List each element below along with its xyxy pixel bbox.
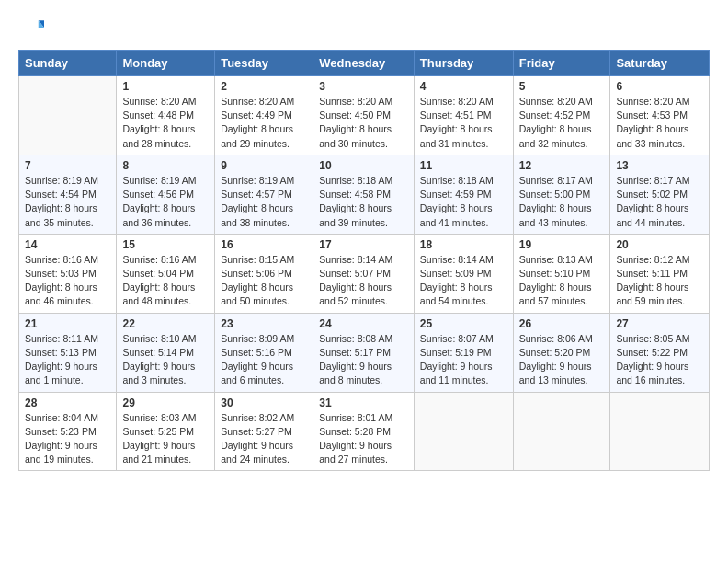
calendar-cell: 28Sunrise: 8:04 AMSunset: 5:23 PMDayligh… (19, 392, 117, 471)
day-number: 24 (319, 317, 408, 330)
calendar-cell: 5Sunrise: 8:20 AMSunset: 4:52 PMDaylight… (513, 76, 610, 155)
day-number: 27 (616, 317, 703, 330)
day-number: 20 (616, 238, 703, 251)
cell-text: Sunrise: 8:10 AMSunset: 5:14 PMDaylight:… (122, 333, 196, 386)
day-number: 26 (519, 317, 605, 330)
weekday-header-friday: Friday (513, 51, 610, 76)
calendar-week-1: 7Sunrise: 8:19 AMSunset: 4:54 PMDaylight… (19, 155, 710, 234)
page: SundayMondayTuesdayWednesdayThursdayFrid… (0, 0, 728, 563)
cell-text: Sunrise: 8:18 AMSunset: 4:58 PMDaylight:… (319, 175, 392, 228)
day-number: 4 (420, 80, 507, 93)
calendar-cell: 9Sunrise: 8:19 AMSunset: 4:57 PMDaylight… (215, 155, 313, 234)
calendar-cell: 4Sunrise: 8:20 AMSunset: 4:51 PMDaylight… (414, 76, 513, 155)
calendar-cell: 23Sunrise: 8:09 AMSunset: 5:16 PMDayligh… (215, 313, 313, 392)
day-number: 8 (122, 159, 209, 172)
calendar-cell: 30Sunrise: 8:02 AMSunset: 5:27 PMDayligh… (215, 392, 313, 471)
cell-text: Sunrise: 8:03 AMSunset: 5:25 PMDaylight:… (122, 412, 196, 465)
day-number: 7 (25, 159, 110, 172)
day-number: 14 (25, 238, 110, 251)
calendar-cell: 13Sunrise: 8:17 AMSunset: 5:02 PMDayligh… (610, 155, 710, 234)
calendar-cell: 25Sunrise: 8:07 AMSunset: 5:19 PMDayligh… (414, 313, 513, 392)
cell-text: Sunrise: 8:19 AMSunset: 4:54 PMDaylight:… (25, 175, 98, 228)
calendar-cell (610, 392, 710, 471)
calendar-cell: 20Sunrise: 8:12 AMSunset: 5:11 PMDayligh… (610, 234, 710, 313)
cell-text: Sunrise: 8:04 AMSunset: 5:23 PMDaylight:… (25, 412, 98, 465)
cell-text: Sunrise: 8:18 AMSunset: 4:59 PMDaylight:… (420, 175, 494, 228)
cell-text: Sunrise: 8:19 AMSunset: 4:56 PMDaylight:… (122, 175, 196, 228)
cell-text: Sunrise: 8:09 AMSunset: 5:16 PMDaylight:… (221, 333, 294, 386)
calendar-cell: 21Sunrise: 8:11 AMSunset: 5:13 PMDayligh… (19, 313, 117, 392)
day-number: 21 (25, 317, 110, 330)
cell-text: Sunrise: 8:14 AMSunset: 5:07 PMDaylight:… (319, 254, 392, 307)
calendar-week-0: 1Sunrise: 8:20 AMSunset: 4:48 PMDaylight… (19, 76, 710, 155)
day-number: 23 (221, 317, 307, 330)
day-number: 17 (319, 238, 408, 251)
calendar-cell: 29Sunrise: 8:03 AMSunset: 5:25 PMDayligh… (117, 392, 215, 471)
calendar-cell: 17Sunrise: 8:14 AMSunset: 5:07 PMDayligh… (313, 234, 415, 313)
calendar-cell: 22Sunrise: 8:10 AMSunset: 5:14 PMDayligh… (117, 313, 215, 392)
calendar-cell: 1Sunrise: 8:20 AMSunset: 4:48 PMDaylight… (117, 76, 215, 155)
day-number: 19 (519, 238, 605, 251)
day-number: 9 (221, 159, 307, 172)
calendar-week-4: 28Sunrise: 8:04 AMSunset: 5:23 PMDayligh… (19, 392, 710, 471)
calendar-cell: 12Sunrise: 8:17 AMSunset: 5:00 PMDayligh… (513, 155, 610, 234)
weekday-header-sunday: Sunday (19, 51, 117, 76)
cell-text: Sunrise: 8:08 AMSunset: 5:17 PMDaylight:… (319, 333, 392, 386)
day-number: 18 (420, 238, 507, 251)
cell-text: Sunrise: 8:12 AMSunset: 5:11 PMDaylight:… (616, 254, 689, 307)
calendar-cell: 3Sunrise: 8:20 AMSunset: 4:50 PMDaylight… (313, 76, 415, 155)
cell-text: Sunrise: 8:20 AMSunset: 4:49 PMDaylight:… (221, 96, 294, 149)
calendar-cell (19, 76, 117, 155)
cell-text: Sunrise: 8:20 AMSunset: 4:51 PMDaylight:… (420, 96, 494, 149)
day-number: 15 (122, 238, 209, 251)
calendar-week-2: 14Sunrise: 8:16 AMSunset: 5:03 PMDayligh… (19, 234, 710, 313)
day-number: 1 (122, 80, 209, 93)
weekday-header-wednesday: Wednesday (313, 51, 415, 76)
day-number: 12 (519, 159, 605, 172)
logo (18, 15, 48, 40)
header (18, 15, 710, 40)
calendar-cell: 19Sunrise: 8:13 AMSunset: 5:10 PMDayligh… (513, 234, 610, 313)
cell-text: Sunrise: 8:06 AMSunset: 5:20 PMDaylight:… (519, 333, 593, 386)
cell-text: Sunrise: 8:07 AMSunset: 5:19 PMDaylight:… (420, 333, 494, 386)
calendar-table: SundayMondayTuesdayWednesdayThursdayFrid… (18, 50, 710, 471)
day-number: 25 (420, 317, 507, 330)
day-number: 6 (616, 80, 703, 93)
cell-text: Sunrise: 8:13 AMSunset: 5:10 PMDaylight:… (519, 254, 593, 307)
day-number: 5 (519, 80, 605, 93)
cell-text: Sunrise: 8:15 AMSunset: 5:06 PMDaylight:… (221, 254, 294, 307)
cell-text: Sunrise: 8:01 AMSunset: 5:28 PMDaylight:… (319, 412, 392, 465)
calendar-cell: 14Sunrise: 8:16 AMSunset: 5:03 PMDayligh… (19, 234, 117, 313)
cell-text: Sunrise: 8:02 AMSunset: 5:27 PMDaylight:… (221, 412, 294, 465)
calendar-cell: 18Sunrise: 8:14 AMSunset: 5:09 PMDayligh… (414, 234, 513, 313)
logo-icon (18, 15, 44, 40)
calendar-cell: 8Sunrise: 8:19 AMSunset: 4:56 PMDaylight… (117, 155, 215, 234)
cell-text: Sunrise: 8:20 AMSunset: 4:48 PMDaylight:… (122, 96, 196, 149)
calendar-cell: 27Sunrise: 8:05 AMSunset: 5:22 PMDayligh… (610, 313, 710, 392)
cell-text: Sunrise: 8:20 AMSunset: 4:50 PMDaylight:… (319, 96, 392, 149)
calendar-cell: 24Sunrise: 8:08 AMSunset: 5:17 PMDayligh… (313, 313, 415, 392)
calendar-cell: 26Sunrise: 8:06 AMSunset: 5:20 PMDayligh… (513, 313, 610, 392)
weekday-header-tuesday: Tuesday (215, 51, 313, 76)
calendar-cell: 15Sunrise: 8:16 AMSunset: 5:04 PMDayligh… (117, 234, 215, 313)
cell-text: Sunrise: 8:05 AMSunset: 5:22 PMDaylight:… (616, 333, 689, 386)
calendar-cell: 10Sunrise: 8:18 AMSunset: 4:58 PMDayligh… (313, 155, 415, 234)
cell-text: Sunrise: 8:16 AMSunset: 5:03 PMDaylight:… (25, 254, 98, 307)
cell-text: Sunrise: 8:17 AMSunset: 5:02 PMDaylight:… (616, 175, 689, 228)
calendar-cell: 31Sunrise: 8:01 AMSunset: 5:28 PMDayligh… (313, 392, 415, 471)
day-number: 10 (319, 159, 408, 172)
day-number: 30 (221, 396, 307, 409)
cell-text: Sunrise: 8:11 AMSunset: 5:13 PMDaylight:… (25, 333, 98, 386)
cell-text: Sunrise: 8:20 AMSunset: 4:53 PMDaylight:… (616, 96, 689, 149)
day-number: 3 (319, 80, 408, 93)
cell-text: Sunrise: 8:16 AMSunset: 5:04 PMDaylight:… (122, 254, 196, 307)
day-number: 22 (122, 317, 209, 330)
cell-text: Sunrise: 8:17 AMSunset: 5:00 PMDaylight:… (519, 175, 593, 228)
day-number: 16 (221, 238, 307, 251)
day-number: 28 (25, 396, 110, 409)
day-number: 11 (420, 159, 507, 172)
calendar-cell: 7Sunrise: 8:19 AMSunset: 4:54 PMDaylight… (19, 155, 117, 234)
cell-text: Sunrise: 8:20 AMSunset: 4:52 PMDaylight:… (519, 96, 593, 149)
calendar-cell: 16Sunrise: 8:15 AMSunset: 5:06 PMDayligh… (215, 234, 313, 313)
weekday-header-monday: Monday (117, 51, 215, 76)
